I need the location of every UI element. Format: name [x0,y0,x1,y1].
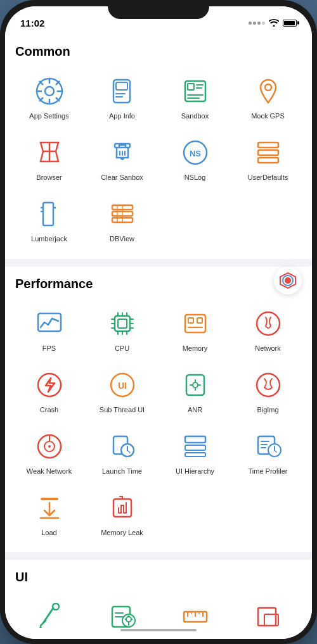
cpu-label: CPU [115,344,129,353]
floating-record-button[interactable] [274,267,302,294]
view-border-icon [251,600,285,634]
svg-rect-61 [197,318,202,323]
userdefaults-item[interactable]: UserDefaults [231,130,304,187]
dbview-label: DBView [110,235,134,243]
userdefaults-label: UserDefaults [248,174,288,182]
svg-point-42 [285,277,291,284]
svg-line-6 [39,82,42,85]
load-label: Load [41,529,56,537]
clear-sandbox-label: Clear Sanbox [101,174,143,182]
svg-rect-31 [258,158,278,163]
fps-item[interactable]: FPS [13,301,86,358]
browser-label: Browser [36,174,61,182]
performance-grid: FPS [13,301,304,543]
cpu-icon [105,306,139,341]
dbview-icon [105,197,139,231]
dbview-item[interactable]: DBView [86,192,158,248]
svg-point-1 [45,87,54,96]
view-border-label: View Border [249,638,287,639]
ui-hierarchy-item[interactable]: UI Hierarchy [158,424,231,481]
svg-point-63 [257,312,280,335]
userdefaults-icon [251,136,285,170]
section-common: Common [5,34,312,259]
app-info-item[interactable]: App Info [86,69,158,125]
section-ui-title: UI [13,570,304,584]
crash-icon [32,368,67,402]
app-info-icon [105,74,139,108]
svg-rect-85 [185,453,205,457]
phone-notch [108,0,209,19]
nslog-label: NSLog [184,174,206,182]
scroll-content[interactable]: Common [5,34,312,639]
view-check-item[interactable]: View Check [86,595,158,639]
svg-line-7 [56,98,59,101]
memory-leak-label: Memory Leak [101,529,143,537]
weak-network-item[interactable]: Weak Network [13,424,86,481]
svg-rect-84 [185,445,205,450]
sandbox-item[interactable]: Sandbox [158,69,231,125]
svg-rect-45 [115,316,130,331]
svg-point-68 [193,382,198,388]
anr-item[interactable]: ANR [158,363,231,419]
mock-gps-label: Mock GPS [251,112,285,120]
bigimg-item[interactable]: BigImg [231,363,304,419]
color-picker-item[interactable]: Color Picker [13,595,86,639]
svg-rect-15 [188,84,194,90]
memory-item[interactable]: Memory [158,301,231,358]
clear-sandbox-item[interactable]: Clear Sanbox [86,130,158,187]
svg-rect-32 [43,203,53,225]
sub-thread-ui-item[interactable]: UI Sub Thread UI [86,363,158,419]
svg-rect-59 [185,315,205,332]
weak-network-icon [32,429,67,464]
svg-rect-30 [258,150,278,155]
view-border-item[interactable]: View Border [231,595,304,639]
network-item[interactable]: Network [231,301,304,358]
svg-rect-46 [118,319,127,328]
mock-gps-item[interactable]: Mock GPS [231,69,304,125]
app-settings-item[interactable]: App Settings [13,69,86,125]
sub-thread-ui-label: Sub Thread UI [100,406,145,414]
crash-label: Crash [40,406,58,414]
svg-rect-11 [116,82,127,90]
sandbox-icon [178,74,212,108]
sandbox-label: Sandbox [181,112,209,120]
time-profiler-item[interactable]: Time Profiler [231,424,304,481]
ui-hierarchy-label: UI Hierarchy [176,467,214,476]
section-performance-title: Performance [13,277,304,291]
launch-time-item[interactable]: Launch Time [86,424,158,481]
nslog-item[interactable]: NS NSLog [158,130,231,187]
svg-point-73 [257,374,280,396]
launch-time-label: Launch Time [102,467,142,476]
app-settings-icon [32,74,67,108]
load-item[interactable]: Load [13,486,86,542]
anr-label: ANR [188,406,202,414]
color-picker-icon [32,600,67,634]
browser-icon [32,136,67,170]
memory-leak-item[interactable]: Memory Leak [86,486,158,542]
section-ui: UI Color Picker [5,560,312,639]
crash-item[interactable]: Crash [13,363,86,419]
cpu-item[interactable]: CPU [86,301,158,358]
ui-hierarchy-icon [178,429,212,464]
battery-icon [283,20,297,27]
signal-icon [249,22,265,25]
lumberjack-icon [32,197,67,231]
network-label: Network [255,344,280,353]
browser-item[interactable]: Browser [13,130,86,187]
lumberjack-item[interactable]: Lumberjack [13,192,86,248]
bigimg-icon [251,368,285,402]
app-info-label: App Info [109,112,135,120]
section-performance: Performance FPS [5,267,312,553]
svg-text:UI: UI [118,381,127,391]
svg-point-76 [48,445,51,448]
anr-icon [178,368,212,402]
section-common-title: Common [13,44,304,59]
svg-rect-95 [113,499,131,517]
view-check-label: View Check [104,638,141,639]
fps-label: FPS [42,344,56,353]
svg-rect-29 [258,142,278,148]
bigimg-label: BigImg [257,406,278,414]
svg-rect-116 [258,608,276,626]
align-ruler-item[interactable]: Align Ruler [158,595,231,639]
app-settings-label: App Settings [29,112,68,120]
